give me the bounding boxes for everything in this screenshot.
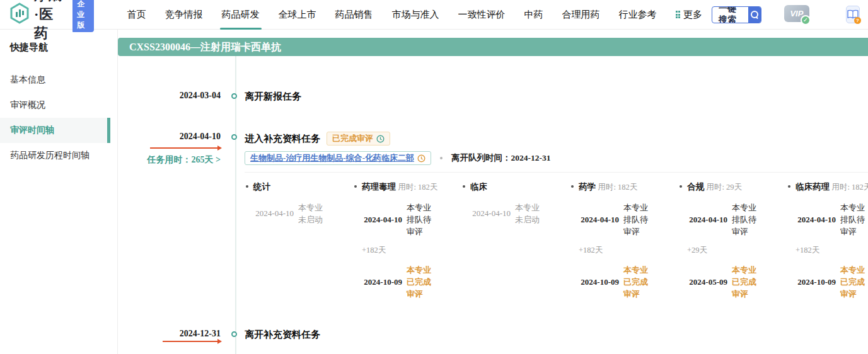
nav-item[interactable]: 中药 <box>515 0 553 30</box>
nav-item-label: 药品研发 <box>222 9 260 21</box>
elapsed-days: +182天 <box>579 245 672 256</box>
status-text: 本专业未启动 <box>515 202 542 226</box>
review-status-row: 2024-10-09 本专业已完成审评 <box>574 264 672 300</box>
status-date: 2024-04-10 <box>465 208 511 219</box>
nav-item[interactable]: 全球上市 <box>269 0 326 30</box>
page-title: CXSS2300046—注射用瑞卡西单抗 <box>118 38 868 56</box>
review-column-entries: 2024-04-10 本专业未启动 <box>463 202 564 226</box>
navbar-actions: 一键搜索 VIP ✓ ? <box>712 5 860 24</box>
review-complete-badge[interactable]: 已完成审评 <box>327 132 390 146</box>
nav-item[interactable]: 首页 <box>118 0 156 30</box>
review-column-entries: 2024-04-10 本专业排队待审评 +182天 2024-10-09 本专业… <box>788 202 868 300</box>
review-status-row: 2024-05-09 本专业已完成审评 <box>682 264 780 300</box>
review-column-name: 药学 <box>579 182 596 191</box>
nav-item[interactable]: 市场与准入 <box>383 0 449 30</box>
event-title: 离开补充资料任务 <box>245 329 868 341</box>
brand-logo-icon <box>9 3 30 26</box>
review-column: 统计 2024-04-10 本专业未启动 <box>245 181 353 300</box>
status-text: 本专业排队待审评 <box>623 202 651 237</box>
nav-item[interactable]: 合理用药 <box>553 0 610 30</box>
timeline-event: 2024-03-04 离开新报任务 <box>118 91 868 103</box>
status-text: 本专业未启动 <box>298 202 325 226</box>
status-text: 本专业已完成审评 <box>732 264 759 300</box>
nav-item-label: 一致性评价 <box>458 9 506 21</box>
review-status-row: 2024-04-10 本专业排队待审评 <box>682 202 780 237</box>
clock-icon <box>376 135 385 143</box>
nav-item-label: 中药 <box>524 9 543 21</box>
review-status-row: 2024-04-10 本专业排队待审评 <box>357 202 455 237</box>
review-column-duration: 用时: 182天 <box>598 183 637 191</box>
review-column: 药学 用时: 182天 2024-04-10 本专业排队待审评 +182天 20… <box>570 181 678 300</box>
app-window: 摩熵·医药 企业版 首页 竞争情报 药品研发 全球上市 药品销售 市场与准入 一… <box>0 0 868 354</box>
specialty-review-table: 统计 2024-04-10 本专业未启动 药理毒理 用时: 182天 2024-… <box>245 172 868 300</box>
status-date: 2024-10-09 <box>357 277 402 287</box>
search-icon[interactable] <box>748 6 761 23</box>
nav-item-label: 合理用药 <box>562 9 600 21</box>
nav-item[interactable]: 更多 <box>666 0 712 30</box>
main-content: CXSS2300046—注射用瑞卡西单抗 2024-03-04 离开新报任务 <box>118 30 868 354</box>
nav-item[interactable]: 药品研发 <box>212 0 269 30</box>
status-text: 本专业已完成审评 <box>407 264 434 300</box>
nav-item[interactable]: 药品销售 <box>326 0 383 30</box>
nav-item-label: 行业参考 <box>619 9 657 21</box>
status-date: 2024-04-10 <box>357 215 402 225</box>
review-column-header: 药学 用时: 182天 <box>571 181 672 193</box>
help-book-icon[interactable]: ? <box>846 6 860 23</box>
timeline-event: 2024-04-10 任务用时：265天 > 进入补充资料任务 已完成审评 <box>118 132 868 300</box>
nav-item[interactable]: 一致性评价 <box>449 0 515 30</box>
top-navbar: 摩熵·医药 企业版 首页 竞争情报 药品研发 全球上市 药品销售 市场与准入 一… <box>0 0 868 30</box>
nav-item-label: 竞争情报 <box>165 9 203 21</box>
review-column-name: 临床 <box>470 182 487 191</box>
event-date: 2024-12-31 <box>118 329 221 339</box>
status-date: 2024-04-10 <box>682 215 727 225</box>
vip-check-icon: ✓ <box>801 15 811 25</box>
review-timeline: 2024-03-04 离开新报任务 2024-04-10 任务用时：265天 > <box>118 56 868 354</box>
status-date: 2024-04-10 <box>248 208 294 219</box>
enterprise-edition-badge: 企业版 <box>72 0 93 32</box>
clock-icon <box>417 154 425 163</box>
sidebar-item[interactable]: 审评概况 <box>0 93 110 118</box>
bullet-icon <box>680 185 682 188</box>
nav-item-label: 更多 <box>683 9 702 21</box>
quick-search-label: 一键搜索 <box>712 6 748 23</box>
sidebar-items: 基本信息 审评概况 审评时间轴 药品研发历程时间轴 <box>0 67 117 168</box>
sidebar-item[interactable]: 基本信息 <box>0 67 110 93</box>
progress-arrow-icon <box>150 147 221 149</box>
task-duration-link[interactable]: 任务用时：265天 > <box>118 154 221 166</box>
review-column-header: 合规 用时: 29天 <box>680 181 780 193</box>
review-status-row: 2024-10-09 本专业已完成审评 <box>357 264 455 300</box>
event-date: 2024-03-04 <box>118 91 221 101</box>
status-date: 2024-10-09 <box>574 277 619 287</box>
review-column-header: 临床 <box>463 181 564 193</box>
nav-item[interactable]: 竞争情报 <box>156 0 212 30</box>
sidebar-item[interactable]: 审评时间轴 <box>0 118 110 143</box>
nav-item[interactable]: 行业参考 <box>610 0 666 30</box>
review-column-entries: 2024-04-10 本专业排队待审评 +182天 2024-10-09 本专业… <box>571 202 672 300</box>
review-column: 药理毒理 用时: 182天 2024-04-10 本专业排队待审评 +182天 … <box>353 181 461 300</box>
status-text: 本专业已完成审评 <box>840 264 867 300</box>
review-column-duration: 用时: 182天 <box>831 183 868 191</box>
quick-search-button[interactable]: 一键搜索 <box>712 6 761 23</box>
queue-leave-time: 离开队列时间：2024-12-31 <box>451 152 551 164</box>
review-column: 临床药理 用时: 182天 2024-04-10 本专业排队待审评 +182天 … <box>787 181 868 300</box>
sidebar-item[interactable]: 药品研发历程时间轴 <box>0 143 110 168</box>
review-column-header: 药理毒理 用时: 182天 <box>354 181 455 193</box>
nav-item-label: 全球上市 <box>279 9 316 21</box>
bullet-icon <box>788 185 790 188</box>
department-link-badge[interactable]: 生物制品-治疗用生物制品-综合-化药临床二部 <box>245 151 431 165</box>
elapsed-days: +29天 <box>687 245 780 256</box>
event-date: 2024-04-10 <box>118 132 221 142</box>
nav-item-label: 药品销售 <box>335 9 373 21</box>
review-status-row: 2024-04-10 本专业未启动 <box>465 202 564 226</box>
vip-badge-icon[interactable]: VIP ✓ <box>784 5 809 24</box>
status-date: 2024-05-09 <box>682 277 727 287</box>
review-column-entries: 2024-04-10 本专业排队待审评 +29天 2024-05-09 本专业已… <box>680 202 780 300</box>
main-nav: 首页 竞争情报 药品研发 全球上市 药品销售 市场与准入 一致性评价 中药 合理… <box>118 0 712 30</box>
review-column-header: 统计 <box>246 181 347 193</box>
review-column-header: 临床药理 用时: 182天 <box>788 181 868 193</box>
event-title: 进入补充资料任务 <box>245 133 320 145</box>
status-text: 本专业排队待审评 <box>732 202 759 237</box>
nav-item-label: 首页 <box>127 9 146 21</box>
elapsed-days: +182天 <box>796 245 868 256</box>
status-date: 2024-04-10 <box>574 215 619 225</box>
